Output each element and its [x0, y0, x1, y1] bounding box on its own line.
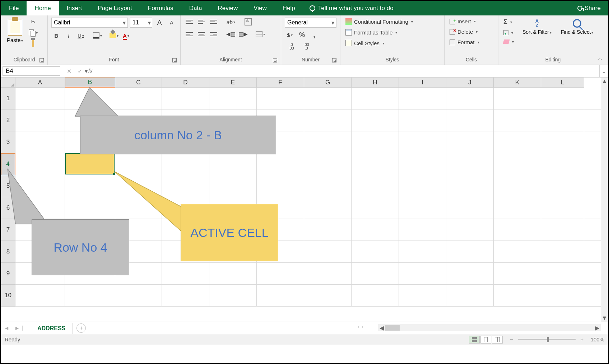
font-launcher[interactable] — [172, 58, 177, 62]
insert-cells-button[interactable]: Insert — [448, 18, 477, 25]
zoom-out-button[interactable]: − — [508, 336, 515, 342]
expand-formula-bar-button[interactable]: ⌄ — [599, 65, 608, 77]
cell[interactable] — [15, 131, 65, 153]
select-all-corner[interactable] — [1, 78, 15, 88]
cell[interactable] — [115, 285, 162, 306]
number-format-input[interactable] — [285, 19, 330, 26]
align-right-button[interactable] — [209, 30, 219, 38]
cell[interactable] — [541, 285, 584, 306]
align-bottom-button[interactable] — [209, 18, 219, 26]
fill-button[interactable] — [502, 29, 515, 36]
scroll-left-button[interactable]: ◀ — [378, 325, 385, 331]
align-left-button[interactable] — [184, 30, 194, 38]
row-header-8[interactable]: 8 — [1, 241, 15, 263]
cell[interactable] — [541, 219, 584, 241]
decrease-font-button[interactable]: A — [167, 18, 177, 27]
cell[interactable] — [541, 109, 584, 131]
number-launcher[interactable] — [332, 58, 336, 62]
cut-button[interactable]: ✂ — [28, 18, 38, 26]
scroll-up-button[interactable]: ▲ — [601, 78, 608, 85]
cell[interactable] — [352, 197, 399, 219]
name-box[interactable]: ▾ — [3, 66, 60, 76]
sheet-nav-prev[interactable]: ◀ — [1, 326, 12, 331]
tab-insert[interactable]: Insert — [59, 1, 90, 15]
cell[interactable] — [494, 88, 541, 109]
cell[interactable] — [162, 263, 209, 284]
row-header-6[interactable]: 6 — [1, 197, 15, 219]
cell[interactable] — [399, 219, 446, 241]
cell[interactable] — [352, 263, 399, 284]
cell[interactable] — [446, 153, 494, 175]
cell[interactable] — [494, 241, 541, 262]
column-header-I[interactable]: I — [399, 78, 446, 88]
font-name-combo[interactable]: ▾ — [51, 18, 128, 28]
clipboard-launcher[interactable] — [39, 58, 44, 62]
bold-button[interactable]: B — [51, 31, 61, 40]
cell[interactable] — [446, 263, 494, 284]
border-button[interactable] — [92, 31, 102, 40]
cell[interactable] — [115, 153, 162, 175]
comma-button[interactable]: , — [309, 31, 319, 39]
cell[interactable] — [15, 88, 65, 109]
align-top-button[interactable] — [184, 18, 194, 26]
column-header-K[interactable]: K — [494, 78, 541, 88]
cell[interactable] — [399, 197, 446, 219]
cell[interactable] — [304, 285, 352, 306]
cell[interactable] — [541, 88, 584, 109]
cell[interactable] — [446, 109, 494, 131]
cell[interactable] — [304, 131, 352, 153]
cell[interactable] — [257, 88, 304, 109]
cell[interactable] — [399, 88, 446, 109]
font-color-button[interactable]: A — [121, 31, 131, 40]
font-size-combo[interactable]: ▾ — [130, 18, 152, 28]
cell[interactable] — [15, 197, 65, 219]
orientation-button[interactable]: ab — [226, 18, 236, 26]
decrease-decimal-button[interactable]: .00 .0 — [300, 42, 313, 51]
share-button[interactable]: Share — [570, 1, 608, 15]
align-middle-button[interactable] — [196, 18, 206, 26]
enter-formula-button[interactable]: ✓ — [75, 68, 84, 75]
scroll-down-button[interactable]: ▼ — [601, 314, 608, 322]
alignment-launcher[interactable] — [273, 58, 277, 62]
format-as-table-button[interactable]: Format as Table — [344, 28, 399, 36]
zoom-in-button[interactable]: + — [578, 336, 586, 342]
italic-button[interactable]: I — [64, 31, 74, 40]
vertical-scrollbar[interactable]: ▲ ▼ — [601, 78, 608, 322]
cell[interactable] — [541, 153, 584, 175]
tab-review[interactable]: Review — [210, 1, 246, 15]
cell[interactable] — [494, 175, 541, 197]
increase-decimal-button[interactable]: .0 .00 — [285, 42, 298, 51]
zoom-level[interactable]: 100% — [591, 336, 604, 342]
copy-button[interactable] — [28, 28, 38, 37]
add-sheet-button[interactable]: + — [76, 323, 86, 333]
cell[interactable] — [209, 153, 257, 175]
scroll-right-button[interactable]: ▶ — [594, 325, 601, 331]
underline-button[interactable]: U — [76, 31, 86, 40]
autosum-button[interactable]: Σ — [502, 18, 513, 27]
cell[interactable] — [115, 175, 162, 197]
cell[interactable] — [209, 88, 257, 109]
column-header-A[interactable]: A — [15, 78, 65, 88]
column-header-H[interactable]: H — [352, 78, 399, 88]
format-painter-button[interactable] — [28, 39, 38, 48]
cell[interactable] — [446, 285, 494, 306]
cell[interactable] — [352, 285, 399, 306]
cell[interactable] — [399, 263, 446, 284]
cell[interactable] — [399, 131, 446, 153]
cell[interactable] — [15, 109, 65, 131]
row-header-3[interactable]: 3 — [1, 131, 15, 153]
cell[interactable] — [209, 263, 257, 284]
find-select-button[interactable]: Find & Select — [559, 18, 595, 36]
sheet-nav-next[interactable]: ▶ — [12, 326, 23, 331]
row-header-7[interactable]: 7 — [1, 219, 15, 241]
zoom-thumb[interactable] — [547, 337, 549, 342]
cell[interactable] — [65, 197, 115, 219]
cell[interactable] — [209, 175, 257, 197]
fx-button[interactable]: fx — [86, 68, 95, 74]
column-header-L[interactable]: L — [541, 78, 584, 88]
cell[interactable] — [541, 241, 584, 262]
column-header-J[interactable]: J — [446, 78, 494, 88]
column-header-D[interactable]: D — [162, 78, 209, 88]
row-header-9[interactable]: 9 — [1, 263, 15, 285]
column-header-C[interactable]: C — [115, 78, 162, 88]
